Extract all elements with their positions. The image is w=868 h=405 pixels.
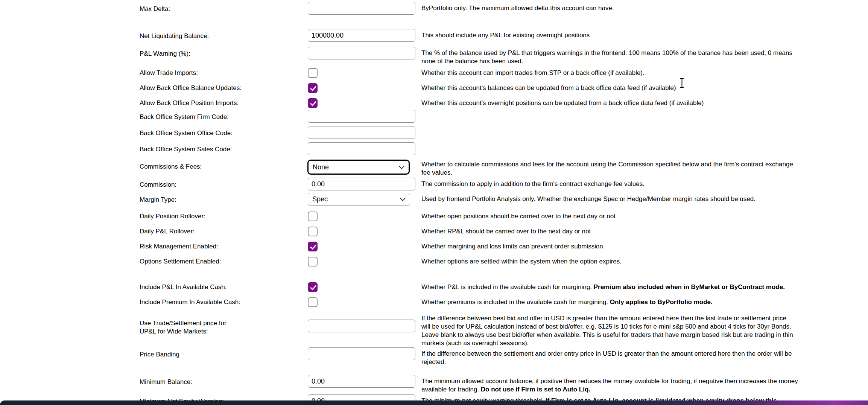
pnl-warning-percent-label: P&L Warning (%): — [140, 47, 308, 58]
use-trade-settlement-price-description: If the difference between best bid and o… — [418, 314, 865, 347]
options-settlement-enabled-row: Options Settlement Enabled:Whether optio… — [140, 256, 865, 266]
commissions-and-fees-control-cell: None — [308, 160, 418, 175]
include-premium-in-available-cash-checkbox[interactable] — [308, 297, 318, 307]
minimum-balance-label: Minimum Balance: — [140, 375, 308, 386]
commission-input[interactable] — [308, 178, 415, 190]
back-office-system-sales-code-input[interactable] — [308, 142, 415, 155]
back-office-system-office-code-row: Back Office System Office Code: — [140, 126, 865, 139]
margin-type-row: Margin Type:SpecUsed by frontend Portfol… — [140, 193, 865, 206]
minimum-balance-description: The minimum allowed account balance, if … — [418, 375, 865, 394]
bottom-window-edge — [0, 400, 868, 405]
net-liquidating-balance-row: Net Liquidating Balance:This should incl… — [140, 29, 865, 42]
allow-trade-imports-row: Allow Trade Imports:Whether this account… — [140, 68, 865, 78]
price-banding-control-cell — [308, 347, 418, 360]
include-pnl-in-available-cash-row: Include P&L In Available Cash:Whether P&… — [140, 282, 865, 292]
commission-label: Commission: — [140, 178, 308, 189]
back-office-system-office-code-control-cell — [308, 126, 418, 139]
use-trade-settlement-price-input[interactable] — [308, 320, 415, 332]
daily-pnl-rollover-description: Whether RP&L should be carried over to t… — [418, 226, 865, 236]
allow-back-office-balance-updates-description: Whether this account's balances can be u… — [418, 83, 865, 92]
chevron-down-icon — [400, 195, 406, 201]
settings-form: Max Delta:ByPortfolio only. The maximum … — [140, 2, 865, 405]
risk-management-enabled-label: Risk Management Enabled: — [140, 241, 308, 251]
margin-type-select-value: Spec — [312, 195, 328, 203]
allow-back-office-balance-updates-label: Allow Back Office Balance Updates: — [140, 83, 308, 92]
margin-type-label: Margin Type: — [140, 193, 308, 204]
back-office-system-office-code-description — [418, 126, 865, 128]
allow-back-office-position-imports-checkbox[interactable] — [308, 98, 318, 108]
options-settlement-enabled-control-cell — [308, 256, 418, 266]
back-office-system-office-code-input[interactable] — [308, 126, 415, 139]
max-delta-control-cell — [308, 2, 418, 15]
daily-position-rollover-control-cell — [308, 211, 418, 221]
allow-trade-imports-checkbox[interactable] — [308, 68, 318, 78]
pnl-warning-percent-description: The % of the balance used by P&L that tr… — [418, 47, 865, 65]
daily-position-rollover-checkbox[interactable] — [308, 212, 318, 221]
allow-trade-imports-label: Allow Trade Imports: — [140, 68, 308, 77]
include-premium-in-available-cash-description: Whether premiums is included in the avai… — [418, 297, 865, 306]
risk-management-enabled-row: Risk Management Enabled:Whether marginin… — [140, 241, 865, 251]
commission-description: The commission to apply in addition to t… — [418, 178, 865, 188]
margin-type-control-cell: Spec — [308, 193, 418, 206]
risk-management-enabled-checkbox[interactable] — [308, 242, 318, 251]
allow-back-office-balance-updates-control-cell — [308, 83, 418, 93]
commission-control-cell — [308, 178, 418, 190]
commissions-and-fees-description: Whether to calculate commissions and fee… — [418, 160, 865, 177]
minimum-balance-input[interactable] — [308, 375, 415, 388]
pnl-warning-percent-input[interactable] — [308, 47, 415, 59]
allow-back-office-position-imports-label: Allow Back Office Position Imports: — [140, 98, 308, 107]
daily-position-rollover-row: Daily Position Rollover:Whether open pos… — [140, 211, 865, 221]
options-settlement-enabled-description: Whether options are settled within the s… — [418, 256, 865, 266]
text-cursor-icon — [679, 78, 686, 89]
commission-row: Commission:The commission to apply in ad… — [140, 178, 865, 190]
include-premium-in-available-cash-control-cell — [308, 297, 418, 307]
allow-trade-imports-control-cell — [308, 68, 418, 78]
back-office-system-sales-code-description — [418, 142, 865, 145]
allow-back-office-balance-updates-row: Allow Back Office Balance Updates:Whethe… — [140, 83, 865, 93]
include-premium-in-available-cash-label: Include Premium In Available Cash: — [140, 297, 308, 306]
margin-type-select[interactable]: Spec — [308, 193, 410, 206]
back-office-system-sales-code-control-cell — [308, 142, 418, 155]
chevron-down-icon — [399, 163, 405, 169]
options-settlement-enabled-checkbox[interactable] — [308, 257, 318, 266]
include-pnl-in-available-cash-checkbox[interactable] — [308, 282, 318, 292]
daily-pnl-rollover-row: Daily P&L Rollover:Whether RP&L should b… — [140, 226, 865, 236]
price-banding-description: If the difference between the settlement… — [418, 347, 865, 366]
back-office-system-firm-code-description — [418, 110, 865, 112]
commissions-and-fees-row: Commissions & Fees:NoneWhether to calcul… — [140, 160, 865, 177]
allow-back-office-position-imports-control-cell — [308, 98, 418, 108]
price-banding-row: Price BandingIf the difference between t… — [140, 347, 865, 366]
commissions-and-fees-select[interactable]: None — [307, 160, 410, 175]
commissions-and-fees-select-value: None — [313, 163, 329, 171]
net-liquidating-balance-label: Net Liquidating Balance: — [140, 29, 308, 40]
max-delta-description: ByPortfolio only. The maximum allowed de… — [418, 2, 865, 12]
allow-back-office-position-imports-description: Whether this account's overnight positio… — [418, 98, 865, 107]
use-trade-settlement-price-control-cell — [308, 314, 418, 332]
allow-back-office-balance-updates-checkbox[interactable] — [308, 83, 318, 93]
minimum-balance-control-cell — [308, 375, 418, 388]
include-pnl-in-available-cash-label: Include P&L In Available Cash: — [140, 282, 308, 291]
include-premium-in-available-cash-row: Include Premium In Available Cash:Whethe… — [140, 297, 865, 307]
include-pnl-in-available-cash-control-cell — [308, 282, 418, 292]
back-office-system-firm-code-control-cell — [308, 110, 418, 123]
price-banding-input[interactable] — [308, 347, 415, 360]
use-trade-settlement-price-row: Use Trade/Settlement price for UP&L for … — [140, 314, 865, 347]
risk-management-enabled-description: Whether margining and loss limits can pr… — [418, 241, 865, 251]
back-office-system-firm-code-input[interactable] — [308, 110, 415, 123]
options-settlement-enabled-label: Options Settlement Enabled: — [140, 256, 308, 266]
daily-pnl-rollover-checkbox[interactable] — [308, 227, 318, 236]
max-delta-input[interactable] — [308, 2, 415, 15]
include-pnl-in-available-cash-description: Whether P&L is included in the available… — [418, 282, 865, 291]
allow-trade-imports-description: Whether this account can import trades f… — [418, 68, 865, 77]
allow-back-office-position-imports-row: Allow Back Office Position Imports:Wheth… — [140, 98, 865, 108]
minimum-balance-row: Minimum Balance:The minimum allowed acco… — [140, 375, 865, 394]
daily-pnl-rollover-control-cell — [308, 226, 418, 236]
daily-position-rollover-label: Daily Position Rollover: — [140, 211, 308, 221]
back-office-system-sales-code-label: Back Office System Sales Code: — [140, 142, 308, 154]
pnl-warning-percent-control-cell — [308, 47, 418, 59]
max-delta-label: Max Delta: — [140, 2, 308, 13]
use-trade-settlement-price-label: Use Trade/Settlement price for UP&L for … — [140, 314, 308, 336]
price-banding-label: Price Banding — [140, 347, 308, 359]
net-liquidating-balance-input[interactable] — [308, 29, 415, 42]
max-delta-row: Max Delta:ByPortfolio only. The maximum … — [140, 2, 865, 15]
